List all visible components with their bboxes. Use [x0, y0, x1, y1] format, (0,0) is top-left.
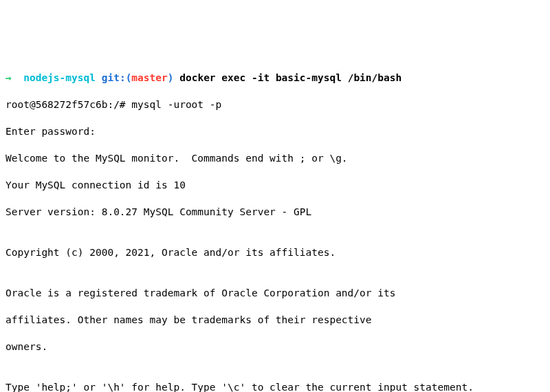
- mysql-conn-id: Your MySQL connection id is 10: [6, 179, 544, 193]
- branch-close: ): [168, 72, 174, 83]
- prompt-git-label: git:: [102, 72, 126, 83]
- mysql-copyright: Copyright (c) 2000, 2021, Oracle and/or …: [6, 246, 544, 260]
- shell-prompt-line: → nodejs-mysql git:(master) docker exec …: [6, 72, 544, 85]
- bash-prompt: root@568272f57c6b:/# mysql -uroot -p: [6, 98, 544, 112]
- prompt-branch: master: [131, 72, 167, 83]
- enter-password: Enter password:: [6, 125, 544, 139]
- prompt-arrow-icon: →: [6, 72, 12, 83]
- mysql-help: Type 'help;' or '\h' for help. Type '\c'…: [6, 381, 544, 392]
- mysql-welcome: Welcome to the MySQL monitor. Commands e…: [6, 152, 544, 166]
- mysql-server-version: Server version: 8.0.27 MySQL Community S…: [6, 206, 544, 219]
- mysql-trademark-1: Oracle is a registered trademark of Orac…: [6, 287, 544, 301]
- terminal-output[interactable]: → nodejs-mysql git:(master) docker exec …: [6, 58, 544, 392]
- mysql-trademark-3: owners.: [6, 340, 544, 354]
- mysql-trademark-2: affiliates. Other names may be trademark…: [6, 314, 544, 327]
- prompt-dir: nodejs-mysql: [23, 72, 96, 83]
- shell-command: docker exec -it basic-mysql /bin/bash: [179, 72, 402, 83]
